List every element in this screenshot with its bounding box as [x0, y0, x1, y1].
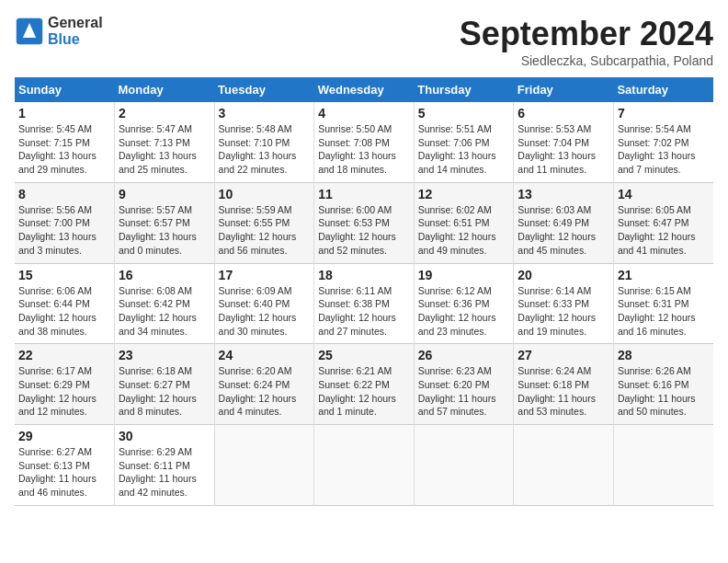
day-number: 14 [618, 187, 710, 201]
day-info: Sunrise: 6:09 AMSunset: 6:40 PMDaylight:… [219, 284, 311, 339]
day-number: 3 [219, 106, 311, 121]
calendar-day-cell: 20 Sunrise: 6:14 AMSunset: 6:33 PMDaylig… [514, 263, 614, 344]
calendar-table: Sunday Monday Tuesday Wednesday Thursday… [15, 77, 713, 506]
calendar-day-cell [314, 425, 415, 506]
calendar-day-cell: 16 Sunrise: 6:08 AMSunset: 6:42 PMDaylig… [115, 263, 215, 344]
calendar-day-cell [414, 425, 514, 506]
day-info: Sunrise: 6:21 AMSunset: 6:22 PMDaylight:… [318, 364, 410, 419]
day-info: Sunrise: 6:11 AMSunset: 6:38 PMDaylight:… [318, 284, 410, 339]
day-number: 17 [219, 268, 311, 282]
day-info: Sunrise: 6:24 AMSunset: 6:18 PMDaylight:… [518, 364, 609, 419]
day-info: Sunrise: 6:12 AMSunset: 6:36 PMDaylight:… [418, 284, 510, 339]
day-info: Sunrise: 5:50 AMSunset: 7:08 PMDaylight:… [318, 122, 410, 177]
calendar-day-cell: 3 Sunrise: 5:48 AMSunset: 7:10 PMDayligh… [214, 102, 314, 182]
day-info: Sunrise: 5:45 AMSunset: 7:15 PMDaylight:… [18, 122, 110, 177]
calendar-day-cell [214, 425, 314, 506]
header-wednesday: Wednesday [314, 77, 415, 102]
day-info: Sunrise: 5:47 AMSunset: 7:13 PMDaylight:… [119, 122, 210, 177]
day-info: Sunrise: 6:03 AMSunset: 6:49 PMDaylight:… [518, 203, 609, 258]
calendar-day-cell: 30 Sunrise: 6:29 AMSunset: 6:11 PMDaylig… [115, 425, 215, 506]
day-number: 2 [119, 106, 210, 121]
day-number: 29 [18, 429, 110, 443]
day-info: Sunrise: 6:29 AMSunset: 6:11 PMDaylight:… [119, 445, 210, 500]
calendar-day-cell: 7 Sunrise: 5:54 AMSunset: 7:02 PMDayligh… [613, 102, 713, 182]
calendar-week-row: 22 Sunrise: 6:17 AMSunset: 6:29 PMDaylig… [15, 344, 713, 425]
calendar-day-cell: 19 Sunrise: 6:12 AMSunset: 6:36 PMDaylig… [414, 263, 514, 344]
calendar-day-cell: 9 Sunrise: 5:57 AMSunset: 6:57 PMDayligh… [115, 182, 215, 263]
title-block: September 2024 Siedleczka, Subcarpathia,… [460, 15, 713, 68]
header-friday: Friday [514, 77, 614, 102]
day-number: 20 [518, 268, 609, 282]
calendar-week-row: 29 Sunrise: 6:27 AMSunset: 6:13 PMDaylig… [15, 425, 713, 506]
calendar-day-cell: 8 Sunrise: 5:56 AMSunset: 7:00 PMDayligh… [15, 182, 115, 263]
day-number: 27 [518, 348, 609, 362]
calendar-day-cell: 17 Sunrise: 6:09 AMSunset: 6:40 PMDaylig… [214, 263, 314, 344]
generalblue-logo-icon [15, 17, 44, 46]
calendar-day-cell: 25 Sunrise: 6:21 AMSunset: 6:22 PMDaylig… [314, 344, 415, 425]
day-info: Sunrise: 5:57 AMSunset: 6:57 PMDaylight:… [119, 203, 210, 258]
day-number: 21 [618, 268, 710, 282]
header-saturday: Saturday [613, 77, 713, 102]
calendar-day-cell: 27 Sunrise: 6:24 AMSunset: 6:18 PMDaylig… [514, 344, 614, 425]
calendar-day-cell: 21 Sunrise: 6:15 AMSunset: 6:31 PMDaylig… [613, 263, 713, 344]
day-info: Sunrise: 6:26 AMSunset: 6:16 PMDaylight:… [618, 364, 710, 419]
calendar-day-cell: 14 Sunrise: 6:05 AMSunset: 6:47 PMDaylig… [613, 182, 713, 263]
day-info: Sunrise: 5:54 AMSunset: 7:02 PMDaylight:… [618, 122, 710, 177]
day-info: Sunrise: 6:23 AMSunset: 6:20 PMDaylight:… [418, 364, 510, 419]
calendar-day-cell: 11 Sunrise: 6:00 AMSunset: 6:53 PMDaylig… [314, 182, 415, 263]
day-number: 11 [318, 187, 410, 201]
calendar-day-cell: 6 Sunrise: 5:53 AMSunset: 7:04 PMDayligh… [514, 102, 614, 182]
calendar-day-cell: 28 Sunrise: 6:26 AMSunset: 6:16 PMDaylig… [613, 344, 713, 425]
calendar-day-cell: 26 Sunrise: 6:23 AMSunset: 6:20 PMDaylig… [414, 344, 514, 425]
day-number: 8 [18, 187, 110, 201]
day-number: 24 [219, 348, 311, 362]
day-info: Sunrise: 5:48 AMSunset: 7:10 PMDaylight:… [219, 122, 311, 177]
day-number: 16 [119, 268, 210, 282]
day-number: 1 [18, 106, 110, 121]
day-info: Sunrise: 6:18 AMSunset: 6:27 PMDaylight:… [119, 364, 210, 419]
day-number: 19 [418, 268, 510, 282]
header-monday: Monday [115, 77, 215, 102]
calendar-day-cell: 13 Sunrise: 6:03 AMSunset: 6:49 PMDaylig… [514, 182, 614, 263]
calendar-week-row: 15 Sunrise: 6:06 AMSunset: 6:44 PMDaylig… [15, 263, 713, 344]
day-info: Sunrise: 6:08 AMSunset: 6:42 PMDaylight:… [119, 284, 210, 339]
day-info: Sunrise: 6:20 AMSunset: 6:24 PMDaylight:… [219, 364, 311, 419]
day-number: 10 [219, 187, 311, 201]
location-subtitle: Siedleczka, Subcarpathia, Poland [460, 53, 713, 68]
calendar-week-row: 8 Sunrise: 5:56 AMSunset: 7:00 PMDayligh… [15, 182, 713, 263]
calendar-day-cell: 2 Sunrise: 5:47 AMSunset: 7:13 PMDayligh… [115, 102, 215, 182]
day-number: 25 [318, 348, 410, 362]
calendar-day-cell: 5 Sunrise: 5:51 AMSunset: 7:06 PMDayligh… [414, 102, 514, 182]
day-number: 23 [119, 348, 210, 362]
calendar-day-cell: 15 Sunrise: 6:06 AMSunset: 6:44 PMDaylig… [15, 263, 115, 344]
day-info: Sunrise: 6:14 AMSunset: 6:33 PMDaylight:… [518, 284, 609, 339]
calendar-day-cell: 23 Sunrise: 6:18 AMSunset: 6:27 PMDaylig… [115, 344, 215, 425]
header-tuesday: Tuesday [214, 77, 314, 102]
calendar-day-cell: 22 Sunrise: 6:17 AMSunset: 6:29 PMDaylig… [15, 344, 115, 425]
header-sunday: Sunday [15, 77, 115, 102]
day-number: 13 [518, 187, 609, 201]
day-info: Sunrise: 5:56 AMSunset: 7:00 PMDaylight:… [18, 203, 110, 258]
calendar-week-row: 1 Sunrise: 5:45 AMSunset: 7:15 PMDayligh… [15, 102, 713, 182]
day-info: Sunrise: 5:51 AMSunset: 7:06 PMDaylight:… [418, 122, 510, 177]
calendar-day-cell: 1 Sunrise: 5:45 AMSunset: 7:15 PMDayligh… [15, 102, 115, 182]
logo-blue-text: Blue [48, 31, 103, 48]
day-number: 30 [119, 429, 210, 443]
day-info: Sunrise: 5:53 AMSunset: 7:04 PMDaylight:… [518, 122, 609, 177]
day-info: Sunrise: 6:17 AMSunset: 6:29 PMDaylight:… [18, 364, 110, 419]
header-thursday: Thursday [414, 77, 514, 102]
calendar-day-cell: 12 Sunrise: 6:02 AMSunset: 6:51 PMDaylig… [414, 182, 514, 263]
calendar-header-row: Sunday Monday Tuesday Wednesday Thursday… [15, 77, 713, 102]
day-number: 28 [618, 348, 710, 362]
calendar-day-cell [514, 425, 614, 506]
day-number: 18 [318, 268, 410, 282]
day-number: 22 [18, 348, 110, 362]
page-header: General Blue September 2024 Siedleczka, … [15, 15, 713, 68]
month-year-title: September 2024 [460, 15, 713, 53]
logo-general-text: General [48, 15, 103, 31]
day-number: 5 [418, 106, 510, 121]
day-info: Sunrise: 6:02 AMSunset: 6:51 PMDaylight:… [418, 203, 510, 258]
calendar-day-cell: 10 Sunrise: 5:59 AMSunset: 6:55 PMDaylig… [214, 182, 314, 263]
day-info: Sunrise: 6:27 AMSunset: 6:13 PMDaylight:… [18, 445, 110, 500]
calendar-day-cell: 29 Sunrise: 6:27 AMSunset: 6:13 PMDaylig… [15, 425, 115, 506]
